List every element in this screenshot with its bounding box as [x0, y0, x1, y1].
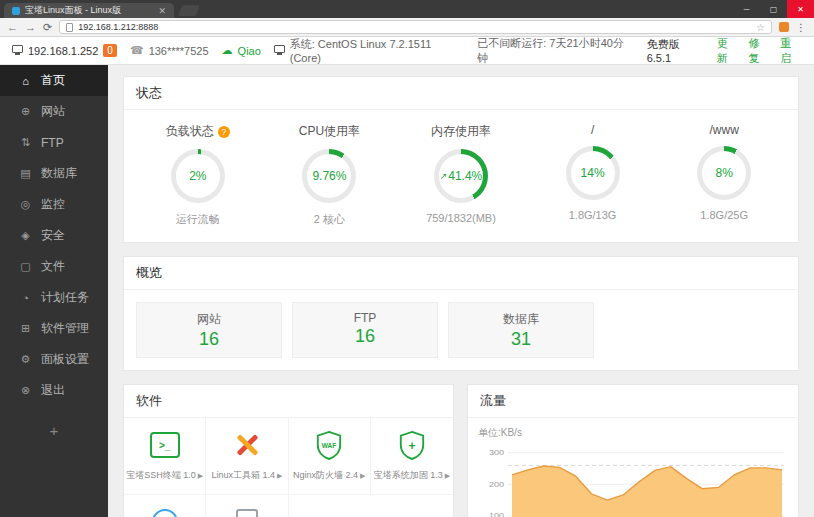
- sidebar-item-monitor[interactable]: ◎ 监控: [0, 189, 108, 220]
- phone-group[interactable]: ☎ 136****7525: [130, 44, 209, 57]
- sidebar-item-label: 监控: [41, 196, 65, 213]
- overview-box[interactable]: 数据库 31: [448, 302, 594, 358]
- phone-icon: ☎: [130, 44, 144, 57]
- sidebar-item-settings[interactable]: ⚙ 面板设置: [0, 344, 108, 375]
- page-icon: [66, 23, 73, 32]
- software-label: 宝塔系统加固 1.3: [374, 469, 443, 482]
- sidebar-add-button[interactable]: +: [0, 422, 108, 439]
- update-link[interactable]: 更新: [717, 36, 739, 66]
- software-icon: [232, 429, 262, 461]
- sidebar-item-icon: ▢: [19, 260, 32, 273]
- sidebar-item-database[interactable]: ▤ 数据库: [0, 158, 108, 189]
- software-item[interactable]: [124, 495, 206, 517]
- software-item[interactable]: [206, 495, 288, 517]
- traffic-panel: 流量 单位:KB/s 100200300: [467, 384, 799, 517]
- sidebar-item-software[interactable]: ⊞ 软件管理: [0, 313, 108, 344]
- new-tab-button[interactable]: [178, 5, 200, 16]
- browser-toolbar: ← → ⟳ 192.168.1.212:8888 ☆ ⋮: [0, 18, 814, 37]
- svg-text:WAF: WAF: [322, 442, 336, 449]
- sidebar-item-site[interactable]: ⊕ 网站: [0, 96, 108, 127]
- sidebar-item-label: 软件管理: [41, 320, 89, 337]
- software-item[interactable]: + 宝塔系统加固 1.3 ▶: [371, 418, 453, 495]
- tab-close-icon[interactable]: ✕: [158, 6, 166, 16]
- restart-link[interactable]: 重启: [780, 36, 802, 66]
- sidebar-item-logout[interactable]: ⊗ 退出: [0, 375, 108, 406]
- sidebar-item-ftp[interactable]: ⇅ FTP: [0, 127, 108, 158]
- status-gauge: 负载状态 ? 2% 运行流畅: [132, 123, 264, 227]
- status-gauge: CPU使用率 9.76% 2 核心: [264, 123, 396, 227]
- gauge-sub-label: 运行流畅: [176, 212, 220, 227]
- cloud-user: Qiao: [238, 45, 261, 57]
- overview-panel-title: 概览: [124, 257, 798, 290]
- version-text: 免费版 6.5.1: [647, 37, 707, 64]
- overview-value: 16: [137, 329, 281, 350]
- software-label: Nginx防火墙 2.4: [293, 469, 358, 482]
- sidebar-item-label: 退出: [41, 382, 65, 399]
- minimize-button[interactable]: ─: [733, 0, 760, 18]
- software-icon: +: [398, 429, 426, 461]
- sidebar-menu: ⌂ 首页 ⊕ 网站 ⇅ FTP ▤ 数据库 ◎ 监控 ◈ 安全 ▢ 文件 ◔ 计…: [0, 65, 108, 406]
- browser-tab[interactable]: 宝塔Linux面板 - Linux版 ✕: [4, 3, 174, 18]
- bookmark-star-icon[interactable]: ☆: [756, 22, 765, 33]
- sidebar-item-label: 首页: [41, 72, 65, 89]
- sidebar-item-label: 计划任务: [41, 289, 89, 306]
- sidebar-item-label: 数据库: [41, 165, 77, 182]
- software-item[interactable]: Linux工具箱 1.4 ▶: [206, 418, 288, 495]
- forward-icon[interactable]: →: [25, 22, 36, 33]
- address-bar[interactable]: 192.168.1.212:8888 ☆: [59, 20, 772, 34]
- close-button[interactable]: ✕: [787, 0, 814, 18]
- sidebar-item-cron[interactable]: ◔ 计划任务: [0, 282, 108, 313]
- software-panel-title: 软件: [124, 385, 453, 418]
- message-badge[interactable]: 0: [103, 44, 117, 57]
- software-item[interactable]: WAF Nginx防火墙 2.4 ▶: [289, 418, 371, 495]
- gauge-sub-label: 759/1832(MB): [426, 212, 496, 224]
- back-icon[interactable]: ←: [7, 22, 18, 33]
- overview-label: 网站: [137, 311, 281, 328]
- status-panel: 状态 负载状态 ? 2% 运行流畅 CPU使用率 9.76% 2 核心 内存使用…: [123, 76, 799, 243]
- gauge-donut: ↗ 41.4%: [434, 149, 488, 203]
- status-panel-title: 状态: [124, 77, 798, 110]
- status-gauge: 内存使用率 ↗ 41.4% 759/1832(MB): [395, 123, 527, 227]
- server-icon: [12, 45, 23, 53]
- browser-menu-icon[interactable]: ⋮: [796, 22, 807, 33]
- chevron-right-icon: ▶: [198, 472, 203, 480]
- system-group: 系统: CentOS Linux 7.2.1511 (Core): [274, 37, 464, 64]
- status-gauge: / 14% 1.8G/13G: [527, 123, 659, 227]
- overview-box[interactable]: FTP 16: [292, 302, 438, 358]
- overview-label: FTP: [293, 311, 437, 325]
- sidebar-item-label: 文件: [41, 258, 65, 275]
- software-icon: [152, 506, 178, 517]
- overview-boxes: 网站 16 FTP 16 数据库 31: [124, 290, 798, 370]
- software-item[interactable]: >_ 宝塔SSH终端 1.0 ▶: [124, 418, 206, 495]
- status-gauge: /www 8% 1.8G/25G: [658, 123, 790, 227]
- traffic-body: 单位:KB/s 100200300: [468, 418, 798, 517]
- status-gauges: 负载状态 ? 2% 运行流畅 CPU使用率 9.76% 2 核心 内存使用率: [124, 110, 798, 242]
- svg-text:100: 100: [489, 511, 504, 517]
- server-ip-group[interactable]: 192.168.1.252 0: [12, 44, 117, 57]
- sidebar-item-icon: ⚙: [19, 353, 32, 366]
- system-icon: [274, 45, 285, 53]
- gauge-value: 41.4%: [448, 169, 482, 183]
- help-icon[interactable]: ?: [218, 126, 230, 138]
- sidebar-item-icon: ▤: [19, 167, 32, 180]
- gauge-value: 8%: [716, 166, 733, 180]
- gauge-donut: 9.76%: [302, 149, 356, 203]
- maximize-button[interactable]: ▢: [760, 0, 787, 18]
- url-text[interactable]: 192.168.1.212:8888: [78, 22, 751, 32]
- software-label: Linux工具箱 1.4: [211, 469, 275, 482]
- gauge-value: 2%: [189, 169, 206, 183]
- gauge-value: 14%: [581, 166, 605, 180]
- sidebar-item-security[interactable]: ◈ 安全: [0, 220, 108, 251]
- main-content: 状态 负载状态 ? 2% 运行流畅 CPU使用率 9.76% 2 核心 内存使用…: [108, 65, 814, 517]
- sidebar-item-files[interactable]: ▢ 文件: [0, 251, 108, 282]
- gauge-sub-label: 1.8G/25G: [700, 209, 748, 221]
- cloud-user-group[interactable]: ☁ Qiao: [222, 44, 261, 57]
- refresh-icon[interactable]: ⟳: [43, 22, 52, 33]
- overview-box[interactable]: 网站 16: [136, 302, 282, 358]
- extension-icon[interactable]: [779, 22, 789, 32]
- sidebar-item-label: FTP: [41, 136, 64, 150]
- software-panel: 软件 >_ 宝塔SSH终端 1.0 ▶ Linux工具箱 1.4 ▶ WAF N…: [123, 384, 454, 517]
- repair-link[interactable]: 修复: [748, 36, 770, 66]
- sidebar-item-home[interactable]: ⌂ 首页: [0, 65, 108, 96]
- gauge-donut: 8%: [697, 146, 751, 200]
